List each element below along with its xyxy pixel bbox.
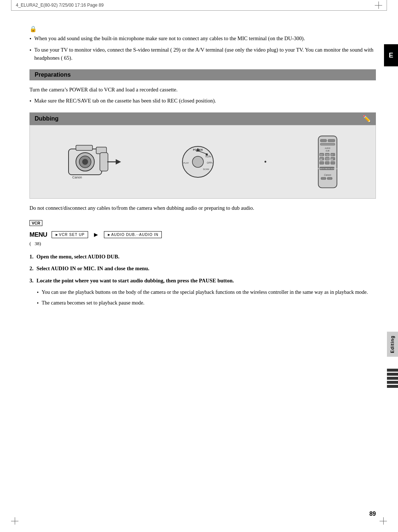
svg-text:PLAY: PLAY xyxy=(183,162,189,164)
svg-point-3 xyxy=(82,159,88,165)
right-e-tab: E xyxy=(384,44,398,66)
step-1: 1. Open the menu, select AUDIO DUB. xyxy=(29,253,376,261)
note-section: 🔒 • When you add sound using the built-i… xyxy=(29,22,376,62)
bullet-dot-1: • xyxy=(29,35,31,43)
right-marker-5 xyxy=(387,385,398,388)
bullet-dot-2: • xyxy=(29,46,31,62)
menu-step1-box: ►VCR SET UP xyxy=(52,231,88,238)
right-marker-4 xyxy=(387,381,398,384)
diagram-box: Canon POWER VCR• xyxy=(29,125,376,199)
menu-arrow-1: ▶ xyxy=(94,232,98,238)
preparations-text1: Turn the camera’s POWER dial to VCR and … xyxy=(29,86,376,94)
svg-rect-43 xyxy=(321,178,326,180)
svg-rect-33 xyxy=(331,162,335,165)
vcr-section: VCR xyxy=(29,220,376,227)
illustration-container: Canon POWER VCR• xyxy=(41,134,364,189)
svg-text:PLAY: PLAY xyxy=(325,155,329,156)
svg-text:REMOTE PAUSE SLOW ×2: REMOTE PAUSE SLOW ×2 xyxy=(318,168,337,170)
svg-rect-6 xyxy=(100,153,108,171)
right-marker-2 xyxy=(387,373,398,376)
numbered-list: 1. Open the menu, select AUDIO DUB. 2. S… xyxy=(29,253,376,307)
svg-text:FF: FF xyxy=(331,155,333,156)
header-text: 4_ELURA2_E(80-92) 7/25/00 17:16 Page 89 xyxy=(16,3,104,8)
svg-rect-20 xyxy=(320,140,327,142)
note-bullet-1: • When you add sound using the built-in … xyxy=(29,35,376,43)
svg-rect-22 xyxy=(320,143,335,146)
editing-tab: Editing xyxy=(387,332,398,357)
page-number: 89 xyxy=(369,511,376,517)
dot-indicator: • xyxy=(264,158,266,166)
preparations-bullet1: • Make sure the REC/SAVE tab on the cass… xyxy=(29,97,376,105)
vcr-badge: VCR xyxy=(29,220,42,226)
right-marker-3 xyxy=(387,377,398,380)
svg-rect-44 xyxy=(327,178,332,180)
dubbing-header: Dubbing ✏️ xyxy=(29,112,376,125)
svg-rect-5 xyxy=(76,145,92,150)
svg-text:SCAN: SCAN xyxy=(203,168,209,170)
svg-text:Canon: Canon xyxy=(324,174,331,176)
svg-rect-21 xyxy=(328,140,335,142)
svg-text:◀◀: ◀◀ xyxy=(320,159,322,160)
dial-svg: POWER VCR• OFF• SCAN PLAY xyxy=(179,143,216,180)
dubbing-icon: ✏️ xyxy=(363,115,371,123)
step-3-sub-2: • The camera becomes set to playback pau… xyxy=(37,299,376,307)
step-3: 3. Locate the point where you want to st… xyxy=(29,277,376,285)
svg-text:REV: REV xyxy=(320,155,323,156)
crosshair-bottom-left xyxy=(11,517,18,525)
camera-svg: Canon xyxy=(65,134,131,189)
crosshair-top-right xyxy=(375,1,382,9)
crosshair-bottom-right xyxy=(380,517,387,525)
step-3-sub-1: • You can use the playback buttons on th… xyxy=(37,288,376,297)
svg-text:▶▶: ▶▶ xyxy=(331,159,334,160)
svg-text:STOP: STOP xyxy=(325,159,329,160)
menu-label: MENU xyxy=(29,231,47,239)
sub-bullet-dot-1: • xyxy=(37,289,39,297)
svg-text:AUDIO: AUDIO xyxy=(325,148,330,150)
right-markers xyxy=(387,369,398,388)
note-bullet-2: • To use your TV to monitor video, conne… xyxy=(29,46,376,62)
main-content: 🔒 • When you add sound using the built-i… xyxy=(29,11,376,307)
svg-text:OFF•: OFF• xyxy=(207,161,213,164)
step-2: 2. Select AUDIO IN or MIC. IN and close … xyxy=(29,264,376,272)
svg-text:VCR•: VCR• xyxy=(205,155,212,158)
svg-text:Canon: Canon xyxy=(72,175,82,179)
menu-step2-box: ►AUDIO DUB.··AUDIO IN xyxy=(104,231,162,238)
preparations-header: Preparations xyxy=(29,69,376,80)
top-header: 4_ELURA2_E(80-92) 7/25/00 17:16 Page 89 xyxy=(11,0,387,11)
below-diagram-text: Do not connect/disconnect any cables to/… xyxy=(29,204,376,212)
note-icon: 🔒 xyxy=(29,25,376,32)
right-marker-1 xyxy=(387,369,398,372)
menu-ref: ( 38) xyxy=(29,241,376,247)
svg-rect-32 xyxy=(325,162,329,165)
svg-point-17 xyxy=(206,153,208,156)
bullet-dot-3: • xyxy=(29,97,31,105)
svg-point-10 xyxy=(192,156,203,167)
menu-section: MENU ►VCR SET UP ▶ ►AUDIO DUB.··AUDIO IN xyxy=(29,231,376,239)
svg-text:DUB: DUB xyxy=(326,150,329,152)
page-wrapper: 4_ELURA2_E(80-92) 7/25/00 17:16 Page 89 … xyxy=(0,0,398,532)
remote-svg: AUDIO DUB REV PLAY FF ◀◀ xyxy=(315,134,341,189)
svg-rect-31 xyxy=(320,162,324,165)
sub-bullet-dot-2: • xyxy=(37,299,39,307)
